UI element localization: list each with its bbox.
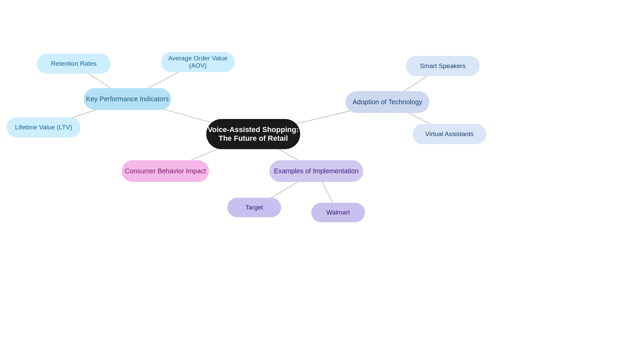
kpi-node: Key Performance Indicators xyxy=(84,88,171,110)
center-node: Voice-Assisted Shopping: The Future of R… xyxy=(206,119,300,149)
ltv-node: Lifetime Value (LTV) xyxy=(7,117,80,137)
walmart-node: Walmart xyxy=(311,203,365,222)
smart-speakers-node: Smart Speakers xyxy=(406,56,480,76)
virtual-assistants-node: Virtual Assistants xyxy=(413,124,486,144)
target-node: Target xyxy=(227,198,281,217)
technology-node: Adoption of Technology xyxy=(345,91,429,113)
consumer-behavior-node: Consumer Behavior Impact xyxy=(122,160,209,182)
retention-rates-node: Retention Rates xyxy=(37,54,111,74)
implementation-node: Examples of Implementation xyxy=(269,160,363,182)
aov-node: Average Order Value (AOV) xyxy=(161,52,235,72)
